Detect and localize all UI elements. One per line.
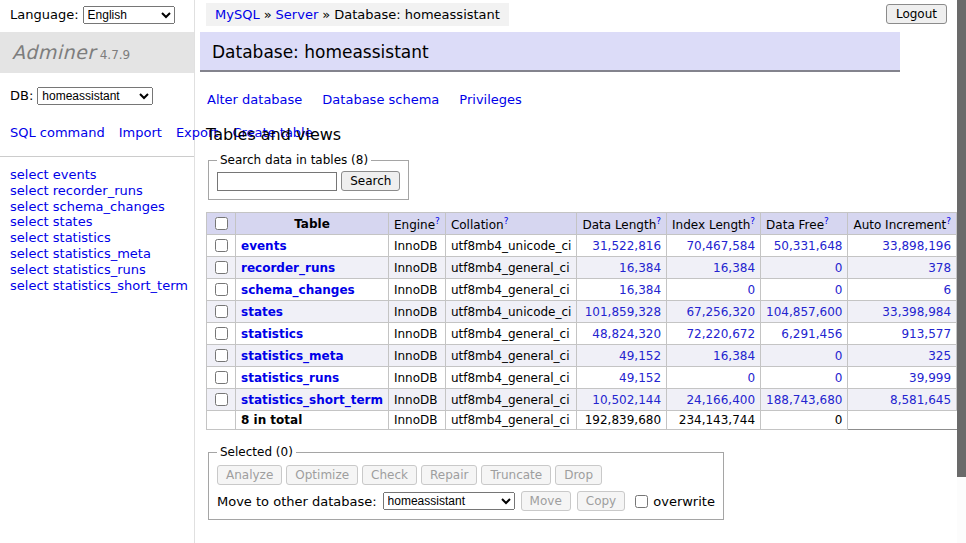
- auto-increment-cell-link[interactable]: 325: [928, 349, 951, 363]
- data-length-cell: 16,384: [577, 279, 667, 301]
- privileges-link[interactable]: Privileges: [459, 92, 522, 107]
- row-checkbox-statistics-meta[interactable]: [215, 349, 228, 362]
- row-checkbox-statistics-short-term[interactable]: [215, 393, 228, 406]
- select-all-checkbox[interactable]: [215, 217, 228, 230]
- move-db-select[interactable]: homeassistant: [383, 492, 515, 510]
- index-length-cell-link[interactable]: 67,256,320: [686, 305, 755, 319]
- analyze-button[interactable]: Analyze: [217, 465, 282, 485]
- sidebar-select-recorder-runs[interactable]: select recorder_runs: [10, 183, 194, 199]
- auto-increment-cell-link[interactable]: 33,898,196: [882, 239, 951, 253]
- auto-increment-cell-link[interactable]: 39,999: [909, 371, 951, 385]
- repair-button[interactable]: Repair: [421, 465, 477, 485]
- table-link-schema-changes[interactable]: schema_changes: [241, 283, 355, 297]
- table-link-states[interactable]: states: [241, 305, 283, 319]
- sidebar-select-states[interactable]: select states: [10, 214, 194, 230]
- sidebar-select-statistics-meta[interactable]: select statistics_meta: [10, 246, 194, 262]
- auto-increment-cell-link[interactable]: 6: [943, 283, 951, 297]
- row-checkbox-events[interactable]: [215, 239, 228, 252]
- table-link-recorder-runs[interactable]: recorder_runs: [241, 261, 335, 275]
- alter-database-link[interactable]: Alter database: [207, 92, 302, 107]
- move-button[interactable]: Move: [521, 491, 571, 511]
- column-header-table: Table: [236, 213, 389, 235]
- drop-button[interactable]: Drop: [555, 465, 602, 485]
- truncate-button[interactable]: Truncate: [481, 465, 551, 485]
- row-checkbox-statistics-runs[interactable]: [215, 371, 228, 384]
- data-length-cell: 49,152: [577, 345, 667, 367]
- index-length-cell-link[interactable]: 24,166,400: [686, 393, 755, 407]
- total-engine: InnoDB: [388, 411, 445, 430]
- column-help-link-data-length[interactable]: ?: [656, 216, 661, 226]
- data-length-cell-link[interactable]: 16,384: [619, 283, 661, 297]
- data-length-cell-link[interactable]: 31,522,816: [592, 239, 661, 253]
- search-button[interactable]: Search: [341, 171, 400, 191]
- column-help-link-auto-increment[interactable]: ?: [946, 216, 951, 226]
- copy-button[interactable]: Copy: [577, 491, 625, 511]
- engine-cell: InnoDB: [388, 367, 445, 389]
- column-help-link-data-free[interactable]: ?: [824, 216, 829, 226]
- sidebar-select-events[interactable]: select events: [10, 167, 194, 183]
- auto-increment-cell-link[interactable]: 33,398,984: [882, 305, 951, 319]
- data-free-cell-link[interactable]: 188,743,680: [766, 393, 842, 407]
- sidebar-select-statistics-short-term[interactable]: select statistics_short_term: [10, 278, 194, 294]
- table-link-statistics[interactable]: statistics: [241, 327, 303, 341]
- auto-increment-cell: 8,581,645: [848, 389, 957, 411]
- table-row-statistics-runs: statistics_runsInnoDButf8mb4_general_ci4…: [207, 367, 966, 389]
- select-all-header-cell: [207, 213, 236, 235]
- column-help-link-index-length[interactable]: ?: [750, 216, 755, 226]
- data-free-cell-link[interactable]: 50,331,648: [774, 239, 843, 253]
- search-legend: Search data in tables (8): [217, 153, 371, 167]
- data-length-cell-link[interactable]: 101,859,328: [585, 305, 661, 319]
- breadcrumb-mysql-link[interactable]: MySQL: [215, 7, 260, 22]
- database-schema-link[interactable]: Database schema: [322, 92, 439, 107]
- data-length-cell-link[interactable]: 49,152: [619, 349, 661, 363]
- data-free-cell-link[interactable]: 0: [835, 349, 843, 363]
- sidebar-action-import[interactable]: Import: [119, 125, 162, 140]
- collation-cell: utf8mb4_unicode_ci: [445, 301, 577, 323]
- table-link-events[interactable]: events: [241, 239, 287, 253]
- data-free-cell-link[interactable]: 104,857,600: [766, 305, 842, 319]
- index-length-cell-link[interactable]: 72,220,672: [686, 327, 755, 341]
- total-label: 8 in total: [236, 411, 389, 430]
- logout-button[interactable]: Logout: [886, 4, 947, 24]
- data-free-cell-link[interactable]: 6,291,456: [781, 327, 842, 341]
- sidebar-action-sql-command[interactable]: SQL command: [10, 125, 105, 140]
- data-length-cell-link[interactable]: 16,384: [619, 261, 661, 275]
- scrollbar-thumb[interactable]: [957, 0, 966, 477]
- data-free-cell-link[interactable]: 0: [835, 371, 843, 385]
- selected-buttons-row: AnalyzeOptimizeCheckRepairTruncateDrop: [217, 465, 715, 485]
- index-length-cell-link[interactable]: 16,384: [713, 349, 755, 363]
- sidebar-select-schema-changes[interactable]: select schema_changes: [10, 199, 194, 215]
- index-length-cell-link[interactable]: 16,384: [713, 261, 755, 275]
- index-length-cell-link[interactable]: 0: [747, 283, 755, 297]
- search-input[interactable]: [217, 172, 337, 191]
- row-checkbox-schema-changes[interactable]: [215, 283, 228, 296]
- sidebar-select-statistics-runs[interactable]: select statistics_runs: [10, 262, 194, 278]
- column-help-link-engine[interactable]: ?: [435, 216, 440, 226]
- db-select[interactable]: homeassistant: [37, 87, 153, 105]
- check-button[interactable]: Check: [362, 465, 417, 485]
- data-length-cell-link[interactable]: 49,152: [619, 371, 661, 385]
- table-link-statistics-runs[interactable]: statistics_runs: [241, 371, 339, 385]
- row-checkbox-states[interactable]: [215, 305, 228, 318]
- auto-increment-cell-link[interactable]: 8,581,645: [890, 393, 951, 407]
- index-length-cell-link[interactable]: 0: [747, 371, 755, 385]
- vertical-scrollbar[interactable]: [957, 0, 966, 543]
- row-checkbox-statistics[interactable]: [215, 327, 228, 340]
- language-label: Language:: [10, 7, 79, 22]
- breadcrumb-server-link[interactable]: Server: [276, 7, 319, 22]
- data-free-cell-link[interactable]: 0: [835, 261, 843, 275]
- optimize-button[interactable]: Optimize: [286, 465, 358, 485]
- table-link-statistics-meta[interactable]: statistics_meta: [241, 349, 344, 363]
- overwrite-checkbox[interactable]: [635, 495, 648, 508]
- auto-increment-cell-link[interactable]: 913,577: [901, 327, 951, 341]
- data-length-cell-link[interactable]: 10,502,144: [592, 393, 661, 407]
- language-select[interactable]: English: [83, 6, 175, 24]
- sidebar-select-statistics[interactable]: select statistics: [10, 230, 194, 246]
- index-length-cell-link[interactable]: 70,467,584: [686, 239, 755, 253]
- row-checkbox-recorder-runs[interactable]: [215, 261, 228, 274]
- data-free-cell-link[interactable]: 0: [835, 283, 843, 297]
- table-link-statistics-short-term[interactable]: statistics_short_term: [241, 393, 383, 407]
- data-length-cell-link[interactable]: 48,824,320: [592, 327, 661, 341]
- column-help-link-collation[interactable]: ?: [504, 216, 509, 226]
- auto-increment-cell-link[interactable]: 378: [928, 261, 951, 275]
